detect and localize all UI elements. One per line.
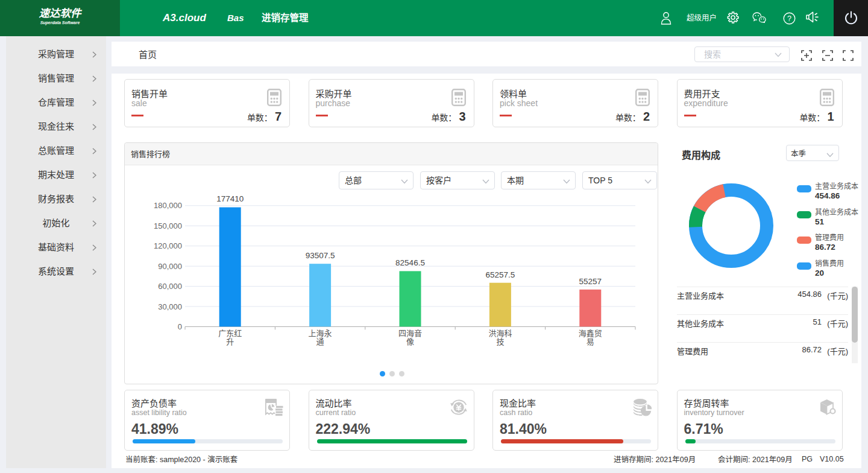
svg-text:0: 0 <box>178 322 182 331</box>
svg-text:通: 通 <box>316 337 324 346</box>
svg-text:65257.5: 65257.5 <box>485 270 515 279</box>
svg-text:150,000: 150,000 <box>154 221 182 230</box>
svg-text:60,000: 60,000 <box>158 282 182 291</box>
svg-text:93507.5: 93507.5 <box>306 251 335 260</box>
svg-text:技: 技 <box>496 337 504 346</box>
svg-text:升: 升 <box>226 337 234 346</box>
svg-text:177410: 177410 <box>216 194 244 203</box>
svg-text:82546.5: 82546.5 <box>395 258 425 267</box>
svg-text:55257: 55257 <box>579 277 602 286</box>
svg-text:180,000: 180,000 <box>154 201 182 210</box>
svg-text:像: 像 <box>406 337 414 346</box>
svg-text:易: 易 <box>587 337 594 346</box>
svg-text:?: ? <box>787 14 791 23</box>
svg-text:90,000: 90,000 <box>158 262 182 271</box>
svg-text:120,000: 120,000 <box>154 241 182 250</box>
svg-text:30,000: 30,000 <box>158 302 182 311</box>
